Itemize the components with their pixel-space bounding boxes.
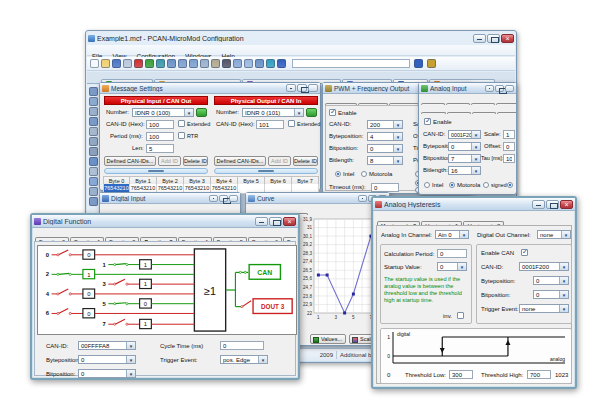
open-file-icon[interactable] [101,59,110,68]
strip-constant-icon[interactable] [89,187,98,196]
tile-windows-icon[interactable] [189,59,198,68]
output-extended-checkbox[interactable] [288,120,295,127]
ain-bitpos-combo[interactable]: 7 [448,154,481,163]
input-canid-field[interactable] [146,120,174,129]
ah-calc-field[interactable] [437,249,467,258]
minimize-button[interactable] [473,34,486,43]
df-trigger-combo[interactable]: pos. Edge [220,355,268,364]
df-canid-combo[interactable]: 00FFFFA8 [78,341,136,350]
ain-unsigned-radio[interactable] [507,182,513,188]
input-number-combo[interactable]: IDNR 0 (100) [132,108,194,117]
ah-threshold-high-field[interactable] [527,370,551,379]
df-bytepos-combo[interactable]: 0 [78,355,136,364]
pwm-enable-checkbox[interactable] [329,109,336,116]
ms-maximize-button[interactable] [297,84,307,92]
ain-minimize-button[interactable] [485,85,494,92]
ah-threshold-low-field[interactable] [449,370,473,379]
ah-enable-can-checkbox[interactable] [521,249,528,256]
output-byte-scrollbar[interactable] [214,168,318,174]
pwm-motorola-radio[interactable] [361,171,367,177]
pwm-canid-combo[interactable]: 200 [367,120,403,129]
pwm-intel-radio[interactable] [335,171,341,177]
copy-icon[interactable] [200,59,209,68]
record-icon[interactable] [134,59,143,68]
din-close-button[interactable] [229,195,238,202]
strip-digital-out-icon[interactable] [89,127,98,136]
ah-close-button[interactable] [560,200,573,209]
curve-values-button[interactable]: Values... [310,334,346,344]
df-bitpos-combo[interactable]: 0 [78,369,136,378]
strip-hysteresis-icon[interactable] [89,167,98,176]
strip-digital-in-icon[interactable] [89,117,98,126]
period-field[interactable] [146,132,174,141]
pwm-bytepos-combo[interactable]: 4 [367,132,403,141]
ms-close-button[interactable] [308,84,318,92]
ah-dout-combo[interactable]: none [537,230,571,239]
df-minimize-button[interactable] [255,217,268,226]
ain-bitlen-combo[interactable]: 16 [448,166,481,175]
id-indicator-button-out[interactable] [306,108,317,117]
toolbar-combobox[interactable] [292,59,410,68]
cascade-windows-icon[interactable] [178,59,187,68]
pwm-bitpos-combo[interactable]: 0 [367,144,403,153]
ah-titlebar[interactable]: Analog Hysteresis [373,198,575,211]
analog-input-titlebar[interactable]: Analog Input [419,83,516,94]
new-window-icon[interactable] [167,59,176,68]
ah-bitpos-combo[interactable]: 0 [533,290,569,299]
ain-canid-combo[interactable]: 0001F200 [448,130,481,139]
defined-canids-button[interactable]: Defined CAN-IDs... [104,156,156,166]
defined-canids-button-out[interactable]: Defined CAN-IDs... [214,156,266,166]
ah-canid-combo[interactable]: 0001F200 [519,262,569,271]
world-icon[interactable] [266,59,275,68]
strip-message-icon[interactable] [89,87,98,96]
add-id-button-out[interactable]: Add ID [268,156,291,166]
run-icon[interactable] [145,59,154,68]
ain-tab-input-1[interactable]: Input 1 [447,112,471,114]
ah-inv-checkbox[interactable] [457,312,464,319]
ah-ain-combo[interactable]: Ain 0 [435,230,469,239]
delete-id-button-out[interactable]: Delete ID [293,156,318,166]
ain-close-button[interactable] [505,85,514,92]
strip-analog-out-icon[interactable] [89,107,98,116]
add-id-button[interactable]: Add ID [158,156,181,166]
close-button[interactable] [501,34,514,43]
ah-minimize-button[interactable] [532,200,545,209]
ah-trigger-combo[interactable]: none [519,304,569,313]
df-close-button[interactable] [283,217,296,226]
curve-minimize-button[interactable] [358,195,367,202]
connect-icon[interactable] [156,59,165,68]
new-file-icon[interactable] [90,59,99,68]
digital-input-titlebar[interactable]: Digital Input [100,193,240,204]
ain-offset-field[interactable] [503,142,515,151]
strip-freq-icon[interactable] [89,147,98,156]
find-icon[interactable] [222,59,231,68]
strip-curve-icon[interactable] [89,157,98,166]
strip-settings-icon[interactable] [89,197,98,206]
help-icon[interactable] [414,59,423,68]
df-logic-diagram[interactable]: ≥10011213140506071CANDOUT 3 [37,245,297,335]
ain-tab-input-3[interactable]: Input 3 [497,112,516,114]
main-titlebar[interactable]: Example1.mcf - PCAN-MicroMod Configurati… [86,31,516,45]
output-number-combo[interactable]: IDNR 0 (101) [242,108,304,117]
strip-function-icon[interactable] [89,177,98,186]
save-file-icon[interactable] [112,59,121,68]
df-cycle-field[interactable] [220,341,264,350]
input-extended-checkbox[interactable] [178,120,185,127]
ain-tau-field[interactable] [503,154,515,163]
ain-tab-input-2[interactable]: Input 2 [472,112,496,114]
id-indicator-button[interactable] [196,108,207,117]
import-icon[interactable] [427,59,436,68]
maximize-button[interactable] [487,34,500,43]
strip-analog-in-icon[interactable] [89,97,98,106]
df-maximize-button[interactable] [269,217,282,226]
paste-icon[interactable] [211,59,220,68]
din-minimize-button[interactable] [209,195,218,202]
pwm-bitlen-combo[interactable]: 8 [367,156,403,165]
ah-maximize-button[interactable] [546,200,559,209]
input-byte-scrollbar[interactable] [104,168,208,174]
columns-icon[interactable] [255,59,264,68]
curve-titlebar[interactable]: Curve [246,193,389,204]
ain-intel-radio[interactable] [424,182,430,188]
info-icon[interactable] [277,59,286,68]
ain-tab-input-0[interactable]: Input 0 [421,112,446,114]
